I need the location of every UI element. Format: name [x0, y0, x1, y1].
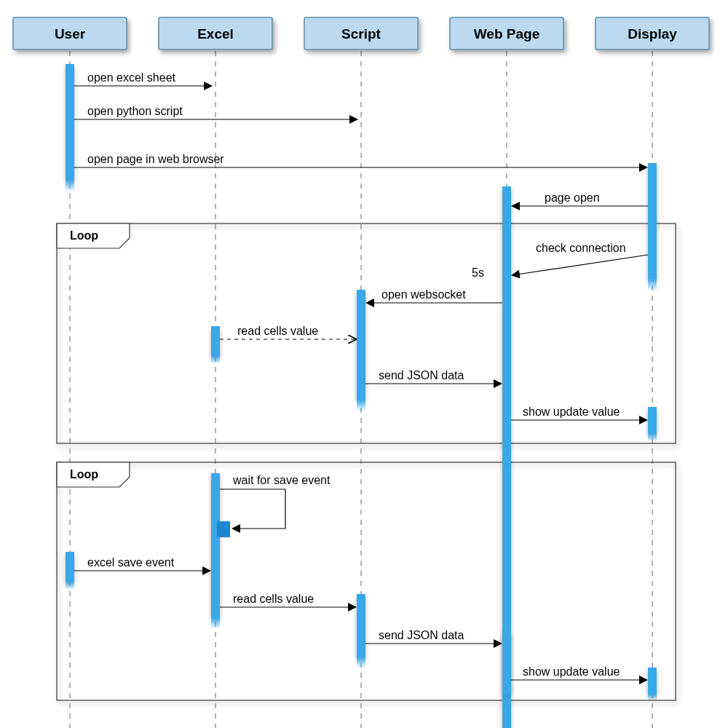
loop-frame-2: Loop	[57, 462, 676, 700]
svg-rect-9	[648, 163, 657, 278]
message-check-connection: check connection	[536, 242, 626, 254]
message-read-cells-1: read cells value	[237, 325, 318, 337]
message-open-python-script: open python script	[87, 105, 183, 117]
message-page-open: page open	[545, 191, 600, 204]
frame-label-2: Loop	[70, 468, 98, 480]
participant-display: Display	[596, 17, 709, 50]
svg-rect-17	[648, 433, 657, 442]
svg-rect-21	[66, 552, 74, 581]
svg-text:Display: Display	[628, 26, 677, 41]
sequence-diagram: Loop Loop	[0, 0, 728, 728]
participant-script: Script	[304, 17, 418, 50]
svg-rect-19	[211, 617, 220, 629]
svg-rect-7	[66, 64, 74, 179]
svg-text:Script: Script	[341, 26, 381, 41]
svg-rect-15	[211, 355, 220, 364]
participant-webpage: Web Page	[450, 17, 563, 50]
svg-rect-18	[211, 473, 220, 617]
svg-text:User: User	[55, 26, 86, 41]
participant-user: User	[13, 17, 127, 50]
svg-text:Web Page: Web Page	[474, 26, 539, 41]
message-open-page-browser: open page in web browser	[87, 153, 224, 165]
svg-rect-27	[648, 668, 657, 694]
message-show-update-1: show update value	[523, 405, 620, 418]
svg-rect-14	[211, 326, 220, 355]
svg-rect-6	[57, 462, 676, 700]
message-excel-save-event: excel save event	[87, 556, 175, 569]
message-open-excel-sheet: open excel sheet	[87, 71, 176, 84]
svg-rect-23	[357, 594, 365, 657]
svg-rect-22	[66, 581, 74, 590]
message-wait-save-event: wait for save event	[232, 474, 331, 486]
message-open-websocket: open websocket	[381, 288, 466, 301]
svg-rect-24	[357, 657, 365, 668]
svg-rect-20	[217, 521, 230, 537]
frame-label-1: Loop	[70, 229, 98, 242]
svg-rect-13	[357, 399, 365, 412]
participants: User Excel Script Web Page Display	[13, 17, 709, 50]
svg-rect-12	[357, 290, 365, 399]
svg-rect-26	[502, 693, 511, 700]
svg-rect-10	[648, 278, 657, 291]
message-timer-5s: 5s	[472, 266, 484, 279]
svg-rect-28	[648, 694, 657, 700]
message-read-cells-2: read cells value	[233, 593, 314, 605]
svg-line-33	[513, 255, 648, 275]
participant-excel: Excel	[159, 17, 272, 50]
svg-rect-25	[502, 630, 511, 693]
svg-rect-8	[66, 179, 74, 192]
svg-rect-16	[648, 407, 657, 433]
message-send-json-1: send JSON data	[379, 369, 464, 381]
message-send-json-2: send JSON data	[379, 629, 464, 641]
svg-text:Excel: Excel	[197, 26, 234, 41]
message-show-update-2: show update value	[523, 665, 620, 678]
